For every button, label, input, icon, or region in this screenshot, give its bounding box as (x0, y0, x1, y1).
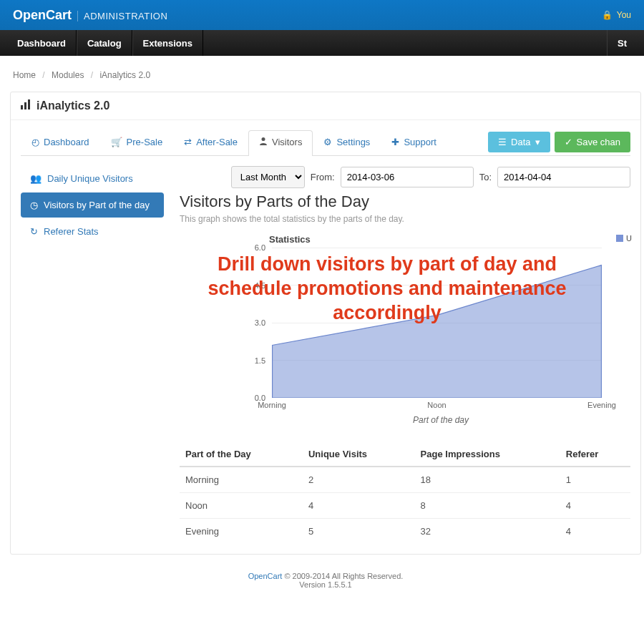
data-button[interactable]: ☰Data▾ (488, 132, 550, 152)
save-button[interactable]: ✓Save chan (555, 132, 630, 152)
tab-aftersale[interactable]: ⇄After-Sale (173, 130, 248, 156)
section-subtitle: This graph shows the total statistics by… (180, 214, 630, 224)
transfer-icon: ⇄ (184, 137, 192, 147)
legend-swatch (616, 235, 623, 242)
from-label: From: (311, 172, 335, 182)
y-axis: 0.01.53.04.56.0 (190, 248, 270, 398)
x-axis: MorningNoonEvening (272, 399, 602, 412)
to-label: To: (479, 172, 492, 182)
controls-row: Last Month From: To: (180, 166, 630, 188)
table-row: Evening5324 (180, 519, 630, 545)
main-nav: Dashboard Catalog Extensions St (0, 30, 644, 56)
stats-table: Part of the DayUnique VisitsPage Impress… (180, 442, 630, 544)
brand: OpenCart ADMINISTRATION (13, 8, 167, 23)
sidebar-item-parts[interactable]: ◷ Visitors by Part of the day (21, 192, 164, 218)
crumb-home[interactable]: Home (13, 70, 36, 80)
tab-support[interactable]: ✚Support (381, 130, 447, 156)
stats-icon (21, 99, 31, 112)
check-icon: ✓ (565, 137, 572, 147)
x-axis-title: Part of the day (251, 415, 630, 425)
period-select[interactable]: Last Month (231, 166, 305, 188)
svg-rect-0 (21, 105, 23, 109)
table-header: Referer (560, 442, 630, 467)
chart-legend: U (616, 234, 632, 243)
panel-title: iAnalytics 2.0 (11, 92, 640, 120)
sidebar: 👥 Daily Unique Visitors ◷ Visitors by Pa… (21, 166, 164, 544)
tab-visitors[interactable]: Visitors (248, 130, 313, 156)
section-title: Visitors by Parts of the Day (180, 192, 630, 211)
link-icon: ↻ (30, 226, 38, 237)
nav-right[interactable]: St (607, 30, 637, 56)
brand-subtitle: ADMINISTRATION (77, 11, 167, 21)
sidebar-item-daily[interactable]: 👥 Daily Unique Visitors (21, 166, 164, 191)
nav-dashboard[interactable]: Dashboard (7, 30, 77, 56)
lock-icon: 🔒 (602, 10, 613, 20)
tab-presale[interactable]: 🛒Pre-Sale (100, 130, 174, 156)
y-tick-label: 6.0 (255, 243, 265, 252)
y-tick-label: 3.0 (255, 318, 265, 327)
sidebar-item-label: Visitors by Part of the day (44, 200, 150, 210)
y-tick-label: 4.5 (255, 281, 265, 290)
tabs: ◴Dashboard 🛒Pre-Sale ⇄After-Sale Visitor… (21, 130, 630, 156)
caret-down-icon: ▾ (535, 137, 540, 147)
chart-title: Statistics (269, 234, 630, 245)
table-row: Morning2181 (180, 467, 630, 493)
to-date-input[interactable] (497, 167, 630, 187)
topbar: OpenCart ADMINISTRATION 🔒 You (0, 0, 644, 30)
table-header: Unique Visits (303, 442, 415, 467)
footer-link[interactable]: OpenCart (248, 572, 283, 580)
from-date-input[interactable] (341, 167, 474, 187)
crumb-modules[interactable]: Modules (52, 70, 84, 80)
x-tick-label: Morning (258, 401, 286, 409)
sidebar-item-referer[interactable]: ↻ Referer Stats (21, 219, 164, 244)
gear-icon: ⚙ (323, 137, 332, 147)
crumb-current[interactable]: iAnalytics 2.0 (99, 70, 150, 80)
main-content: Last Month From: To: Visitors by Parts o… (164, 166, 630, 544)
chart-plot (272, 248, 602, 398)
table-header: Page Impressions (415, 442, 560, 467)
svg-rect-1 (24, 102, 26, 109)
y-tick-label: 1.5 (255, 356, 265, 365)
table-header: Part of the Day (180, 442, 303, 467)
user-icon (259, 137, 268, 147)
tab-settings[interactable]: ⚙Settings (313, 130, 381, 156)
table-row: Noon484 (180, 493, 630, 519)
people-icon: 👥 (30, 173, 42, 184)
topbar-user[interactable]: 🔒 You (602, 10, 631, 20)
cart-icon: 🛒 (111, 137, 122, 147)
clock-icon: ◷ (30, 200, 38, 210)
nav-catalog[interactable]: Catalog (77, 30, 132, 56)
x-tick-label: Evening (587, 401, 616, 409)
main-panel: iAnalytics 2.0 ◴Dashboard 🛒Pre-Sale ⇄Aft… (10, 92, 641, 555)
footer-version: Version 1.5.5.1 (299, 580, 351, 589)
footer: OpenCart © 2009-2014 All Rights Reserved… (10, 555, 641, 602)
list-icon: ☰ (498, 137, 507, 147)
x-tick-label: Noon (427, 401, 446, 409)
breadcrumb: Home / Modules / iAnalytics 2.0 (10, 66, 641, 92)
sidebar-item-label: Daily Unique Visitors (47, 173, 133, 184)
plus-icon: ✚ (391, 137, 399, 147)
dashboard-icon: ◴ (31, 137, 39, 147)
svg-rect-2 (28, 99, 30, 109)
tab-dashboard[interactable]: ◴Dashboard (21, 130, 100, 156)
chart: Statistics U 0.01.53.04.56.0 MorningNoon… (180, 234, 630, 425)
user-label: You (617, 10, 631, 20)
svg-point-3 (262, 137, 265, 141)
sidebar-item-label: Referer Stats (44, 226, 99, 237)
nav-extensions[interactable]: Extensions (132, 30, 203, 56)
brand-logo: OpenCart (13, 8, 72, 23)
